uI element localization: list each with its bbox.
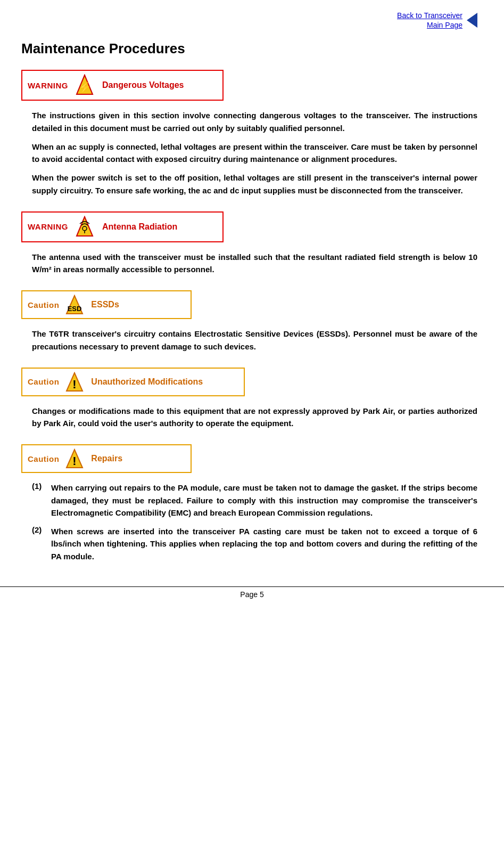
- section-dangerous-voltages: WARNING ⚡ Dangerous Voltages The instruc…: [21, 70, 483, 197]
- page-title: Maintenance Procedures: [21, 40, 483, 57]
- warning-title-dangerous-voltages: Dangerous Voltages: [102, 80, 184, 90]
- caution-title-repairs: Repairs: [91, 454, 122, 463]
- caution-title-unauthorized: Unauthorized Modifications: [91, 377, 203, 387]
- svg-text:!: !: [73, 454, 77, 468]
- unauthorized-mods-para: Changes or modifications made to this eq…: [21, 405, 483, 430]
- antenna-radiation-icon: [73, 216, 96, 238]
- repairs-list-item-2: (2) When screws are inserted into the tr…: [21, 525, 483, 562]
- section-essds: Caution ESD ESSDs The T6TR transceiver's…: [21, 290, 483, 353]
- essds-para: The T6TR transceiver's circuitry contain…: [21, 328, 483, 353]
- repairs-list-text-2: When screws are inserted into the transc…: [51, 525, 477, 562]
- section-repairs: Caution ! Repairs (1) When carrying out …: [21, 444, 483, 562]
- caution-icon-unauthorized: !: [64, 372, 85, 392]
- antenna-radiation-para: The antenna used with the transceiver mu…: [21, 251, 483, 276]
- caution-icon-repairs: !: [64, 449, 85, 469]
- caution-label-unauthorized: Caution: [28, 377, 59, 386]
- svg-text:!: !: [73, 378, 77, 391]
- caution-box-unauthorized: Caution ! Unauthorized Modifications: [21, 368, 245, 396]
- repairs-list-text-1: When carrying out repairs to the PA modu…: [51, 482, 477, 519]
- caution-label-repairs: Caution: [28, 454, 59, 463]
- dangerous-voltages-para-3: When the power switch is set to the off …: [21, 172, 483, 197]
- page-container: Back to Transceiver Main Page Maintenanc…: [0, 0, 504, 609]
- svg-text:⚡: ⚡: [78, 81, 92, 94]
- back-arrow-icon[interactable]: [467, 13, 477, 28]
- back-link[interactable]: Back to Transceiver Main Page: [397, 11, 462, 30]
- top-nav: Back to Transceiver Main Page: [21, 11, 483, 30]
- esd-icon: ESD: [64, 295, 85, 315]
- repairs-list-item-1: (1) When carrying out repairs to the PA …: [21, 482, 483, 519]
- caution-box-essds: Caution ESD ESSDs: [21, 290, 192, 319]
- repairs-list-num-1: (1): [32, 482, 51, 519]
- section-unauthorized-mods: Caution ! Unauthorized Modifications Cha…: [21, 368, 483, 430]
- dangerous-voltages-para-1: The instructions given in this section i…: [21, 109, 483, 134]
- page-number: Page 5: [240, 590, 263, 599]
- warning-box-antenna: WARNING Antenna Radiation: [21, 211, 224, 242]
- warning-box-dangerous-voltages: WARNING ⚡ Dangerous Voltages: [21, 70, 224, 101]
- page-footer: Page 5: [0, 586, 504, 599]
- caution-box-repairs: Caution ! Repairs: [21, 444, 192, 473]
- caution-title-essds: ESSDs: [91, 300, 119, 309]
- caution-label-essds: Caution: [28, 300, 59, 309]
- repairs-list-num-2: (2): [32, 525, 51, 562]
- dangerous-voltages-para-2: When an ac supply is connected, lethal v…: [21, 141, 483, 166]
- warning-title-antenna: Antenna Radiation: [102, 222, 177, 232]
- section-antenna-radiation: WARNING Antenna Radiation The antenna us…: [21, 211, 483, 276]
- warning-label-1: WARNING: [28, 81, 68, 90]
- warning-label-2: WARNING: [28, 222, 68, 231]
- svg-text:ESD: ESD: [68, 305, 82, 313]
- lightning-icon: ⚡: [73, 74, 96, 96]
